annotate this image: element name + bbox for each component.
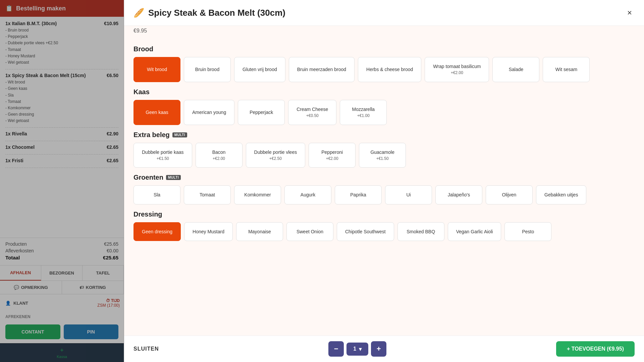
modal-body: BroodWit broodBruin broodGluten vrij bro… (124, 36, 644, 336)
add-to-order-button[interactable]: + TOEVOEGEN (€9.95) (556, 341, 635, 357)
modal-title: 🥖 Spicy Steak & Bacon Melt (30cm) (133, 8, 285, 18)
option-sweet-onion[interactable]: Sweet Onion (286, 222, 333, 241)
option-bacon[interactable]: Bacon+€2.00 (196, 143, 243, 168)
option-gebakken-uitjes[interactable]: Gebakken uitjes (536, 185, 586, 204)
option-cream-cheese[interactable]: Cream Cheese+€0.50 (288, 100, 336, 125)
option-komkommer[interactable]: Komkommer (234, 185, 281, 204)
option-wit-sesam[interactable]: Wit sesam (543, 57, 590, 82)
option-dubbele-portie-kaas[interactable]: Dubbele portie kaas+€1.50 (133, 143, 192, 168)
quantity-value: 1 (353, 346, 356, 352)
modal-price: €9.95 (124, 26, 644, 36)
quantity-decrease-button[interactable]: − (328, 341, 344, 357)
section-kaas: KaasGeen kaasAmerican youngPepperjackCre… (133, 88, 635, 125)
modal-overlay: 🥖 Spicy Steak & Bacon Melt (30cm) × €9.9… (0, 0, 644, 362)
modal-title-text: Spicy Steak & Bacon Melt (30cm) (148, 8, 285, 18)
option-pepperjack[interactable]: Pepperjack (238, 100, 285, 125)
option-salade[interactable]: Salade (492, 57, 539, 82)
section-title-dressing: Dressing (133, 210, 635, 218)
option-bruin-meerzaden-brood[interactable]: Bruin meerzaden brood (289, 57, 355, 82)
extra-price: +€1.50 (376, 156, 389, 162)
option-augurk[interactable]: Augurk (284, 185, 331, 204)
option-american-young[interactable]: American young (184, 100, 234, 125)
extra-price: +€0.50 (306, 113, 319, 119)
sluiten-button[interactable]: SLUITEN (133, 346, 159, 352)
product-modal: 🥖 Spicy Steak & Bacon Melt (30cm) × €9.9… (124, 0, 644, 362)
option-mozzarella[interactable]: Mozzarella+€1.00 (340, 100, 387, 125)
option-guacamole[interactable]: Guacamole+€1.50 (359, 143, 406, 168)
option-mayonaise[interactable]: Mayonaise (236, 222, 283, 241)
section-title-extra_beleg: Extra beleg MULTI (133, 131, 635, 139)
quantity-increase-button[interactable]: + (371, 341, 386, 357)
option-olijven[interactable]: Olijven (486, 185, 533, 204)
option-wit-brood[interactable]: Wit brood (133, 57, 180, 82)
section-title-groenten: Groenten MULTI (133, 174, 635, 181)
section-brood: BroodWit broodBruin broodGluten vrij bro… (133, 45, 635, 82)
option-geen-dressing[interactable]: Geen dressing (133, 222, 181, 241)
option-paprika[interactable]: Paprika (335, 185, 382, 204)
option-bruin-brood[interactable]: Bruin brood (184, 57, 231, 82)
options-grid-groenten: SlaTomaatKomkommerAugurkPaprikaUiJalapeñ… (133, 185, 635, 204)
extra-price: +€2.00 (326, 156, 338, 162)
extra-price: +€2.00 (451, 70, 463, 76)
section-extra_beleg: Extra beleg MULTIDubbele portie kaas+€1.… (133, 131, 635, 168)
modal-close-button[interactable]: × (625, 7, 635, 19)
option-herbs--cheese-brood[interactable]: Herbs & cheese brood (358, 57, 421, 82)
extra-price: +€2.00 (213, 156, 225, 162)
option-tomaat[interactable]: Tomaat (184, 185, 231, 204)
option-smoked-bbq[interactable]: Smoked BBQ (397, 222, 444, 241)
section-title-brood: Brood (133, 45, 635, 53)
options-grid-dressing: Geen dressingHoney MustardMayonaiseSweet… (133, 222, 635, 241)
option-sla[interactable]: Sla (133, 185, 180, 204)
section-groenten: Groenten MULTISlaTomaatKomkommerAugurkPa… (133, 174, 635, 204)
option-jalapeos[interactable]: Jalapeño's (435, 185, 482, 204)
option-honey-mustard[interactable]: Honey Mustard (184, 222, 233, 241)
option-gluten-vrij-brood[interactable]: Gluten vrij brood (234, 57, 285, 82)
option-vegan-garlic-aioli[interactable]: Vegan Garlic Aioli (448, 222, 501, 241)
quantity-display: 1 ▾ (346, 343, 368, 356)
option-ui[interactable]: Ui (385, 185, 432, 204)
option-pepperoni[interactable]: Pepperoni+€2.00 (309, 143, 356, 168)
option-geen-kaas[interactable]: Geen kaas (133, 100, 180, 125)
options-grid-brood: Wit broodBruin broodGluten vrij broodBru… (133, 57, 635, 82)
options-grid-kaas: Geen kaasAmerican youngPepperjackCream C… (133, 100, 635, 125)
option-pesto[interactable]: Pesto (504, 222, 551, 241)
quantity-controls: − 1 ▾ + (328, 341, 386, 357)
extra-price: +€2.50 (269, 156, 282, 162)
option-chipotle-southwest[interactable]: Chipotle Southwest (337, 222, 394, 241)
multi-badge: MULTI (166, 175, 181, 180)
option-wrap-tomaat-basilicum[interactable]: Wrap tomaat basilicum+€2.00 (425, 57, 489, 82)
section-title-kaas: Kaas (133, 88, 635, 96)
modal-footer: SLUITEN − 1 ▾ + + TOEVOEGEN (€9.95) (124, 336, 644, 362)
option-dubbele-portie-vlees[interactable]: Dubbele portie vlees+€2.50 (246, 143, 306, 168)
options-grid-extra_beleg: Dubbele portie kaas+€1.50Bacon+€2.00Dubb… (133, 143, 635, 168)
section-dressing: DressingGeen dressingHoney MustardMayona… (133, 210, 635, 241)
quantity-chevron: ▾ (359, 346, 362, 352)
extra-price: +€1.00 (357, 113, 370, 119)
sandwich-icon: 🥖 (133, 8, 144, 18)
extra-price: +€1.50 (157, 156, 169, 162)
modal-header: 🥖 Spicy Steak & Bacon Melt (30cm) × (124, 0, 644, 26)
multi-badge: MULTI (172, 132, 187, 137)
